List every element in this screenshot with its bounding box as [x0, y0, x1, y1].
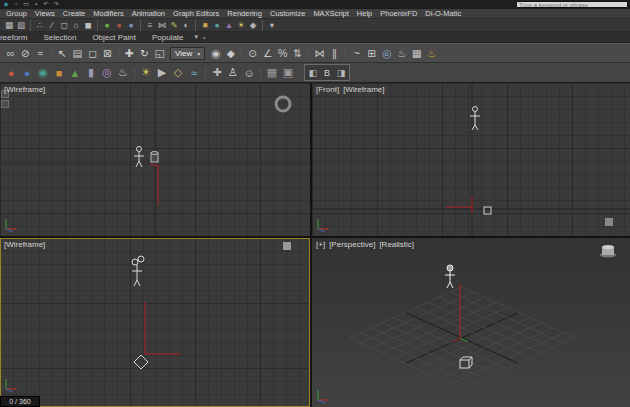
menu-maxscript[interactable]: MAXScript: [309, 9, 352, 18]
viewport-view-label[interactable]: [Front]: [316, 85, 339, 94]
cone-create-icon[interactable]: ▲: [223, 20, 235, 31]
cylinder-icon[interactable]: ▮: [83, 65, 99, 81]
mirror-tool-icon[interactable]: ⋈: [156, 20, 168, 31]
menu-create[interactable]: Create: [59, 9, 90, 18]
rendered-frame-icon[interactable]: ▦: [409, 46, 424, 61]
soft-selection-icon[interactable]: ◐: [180, 20, 192, 31]
ribbon-options-icon[interactable]: •: [201, 34, 207, 41]
teapot-icon[interactable]: ♨: [115, 65, 131, 81]
sphere-create-icon[interactable]: ●: [211, 20, 223, 31]
align-icon[interactable]: ∥: [327, 46, 342, 61]
menu-help[interactable]: Help: [353, 9, 376, 18]
viewport-bottom-left-active[interactable]: [Wireframe]: [0, 238, 310, 407]
select-and-link-icon[interactable]: ∞: [3, 46, 18, 61]
shelf-group-icon-c[interactable]: ◨: [334, 66, 348, 80]
select-move-icon[interactable]: ✚: [122, 46, 137, 61]
polymodeling-icon[interactable]: ▦: [3, 20, 15, 31]
app-logo-icon[interactable]: ◆: [2, 1, 10, 9]
light-create-icon[interactable]: ☀: [235, 20, 247, 31]
use-pivot-center-icon[interactable]: ◉: [208, 46, 223, 61]
tab-freeform[interactable]: Freeform: [0, 33, 35, 42]
curve-editor-icon[interactable]: ~: [349, 46, 364, 61]
viewport-front[interactable]: [Front] [Wireframe]: [312, 83, 630, 236]
shelf-group-icon-a[interactable]: ◧: [306, 66, 320, 80]
cone-icon[interactable]: ▲: [67, 65, 83, 81]
viewport-shading-label[interactable]: [Wireframe]: [4, 240, 45, 249]
window-crossing-icon[interactable]: ⊠: [100, 46, 115, 61]
light-icon[interactable]: ☀: [138, 65, 154, 81]
spacewarp-icon[interactable]: ≈: [186, 65, 202, 81]
select-by-name-icon[interactable]: ▤: [70, 46, 85, 61]
menu-modifiers[interactable]: Modifiers: [89, 9, 127, 18]
biped-icon[interactable]: ♙: [225, 65, 241, 81]
box-icon[interactable]: ■: [51, 65, 67, 81]
grid-helper-icon[interactable]: ▦: [264, 65, 280, 81]
preview-off-icon[interactable]: ●: [113, 20, 125, 31]
select-scale-icon[interactable]: ◱: [152, 46, 167, 61]
modifier-list-icon[interactable]: ≡: [144, 20, 156, 31]
tab-populate[interactable]: Populate: [144, 33, 192, 42]
menu-animation[interactable]: Animation: [128, 9, 169, 18]
percent-snap-icon[interactable]: %: [275, 46, 290, 61]
menu-customize[interactable]: Customize: [266, 9, 309, 18]
sphere-blue-icon[interactable]: ●: [19, 65, 35, 81]
mirror-icon[interactable]: ⋈: [312, 46, 327, 61]
menu-graph-editors[interactable]: Graph Editors: [169, 9, 223, 18]
spinner-snap-icon[interactable]: ⇅: [290, 46, 305, 61]
viewport-top-left[interactable]: [Wireframe]: [0, 83, 310, 236]
camera-create-icon[interactable]: ◆: [247, 20, 259, 31]
unlink-selection-icon[interactable]: ⊘: [18, 46, 33, 61]
layout-tab-icon[interactable]: [1, 100, 9, 108]
select-rotate-icon[interactable]: ↻: [137, 46, 152, 61]
population-icon[interactable]: ☺: [241, 65, 257, 81]
viewport-shading-label[interactable]: [Realistic]: [379, 240, 414, 249]
chevron-down-icon[interactable]: ▾: [266, 20, 278, 31]
border-mode-icon[interactable]: ◻: [58, 20, 70, 31]
tab-selection[interactable]: Selection: [35, 33, 84, 42]
shelf-group-icon-b[interactable]: B: [320, 66, 334, 80]
material-editor-icon[interactable]: ◎: [379, 46, 394, 61]
edge-mode-icon[interactable]: ∕: [46, 20, 58, 31]
polygon-mode-icon[interactable]: ⌂: [70, 20, 82, 31]
viewport-view-label[interactable]: [Perspective]: [329, 240, 375, 249]
ribbon-minimize-icon[interactable]: ▾: [192, 33, 202, 41]
box-create-icon[interactable]: ■: [199, 20, 211, 31]
preview-on-icon[interactable]: ●: [101, 20, 113, 31]
undo-icon[interactable]: ↶: [42, 1, 50, 9]
paint-deform-icon[interactable]: ✎: [168, 20, 180, 31]
open-file-icon[interactable]: ▭: [22, 1, 30, 9]
render-setup-icon[interactable]: ♨: [394, 46, 409, 61]
snaps-toggle-icon[interactable]: ⊙: [245, 46, 260, 61]
bone-icon[interactable]: ✚: [209, 65, 225, 81]
tab-object-paint[interactable]: Object Paint: [84, 33, 144, 42]
viewport-shading-label[interactable]: [Wireframe]: [4, 85, 45, 94]
save-file-icon[interactable]: ▪: [32, 1, 40, 9]
new-file-icon[interactable]: ▫: [12, 1, 20, 9]
bind-spacewarp-icon[interactable]: ≈: [33, 46, 48, 61]
element-mode-icon[interactable]: ◼: [82, 20, 94, 31]
viewport-perspective[interactable]: [+] [Perspective] [Realistic]: [312, 238, 630, 407]
sphere-standard-icon[interactable]: ●: [3, 65, 19, 81]
menu-phoenixfd[interactable]: PhoenixFD: [376, 9, 421, 18]
viewport-menu-label[interactable]: [+]: [316, 240, 325, 249]
selection-region-icon[interactable]: ◻: [85, 46, 100, 61]
reference-coordinate-dropdown[interactable]: View ▾: [170, 47, 205, 60]
editpoly-icon[interactable]: ▧: [15, 20, 27, 31]
select-object-icon[interactable]: ↖: [55, 46, 70, 61]
menu-views[interactable]: Views: [31, 9, 59, 18]
menu-di-o-matic[interactable]: Di-O-Matic: [421, 9, 465, 18]
angle-snap-icon[interactable]: ∠: [260, 46, 275, 61]
camera-icon[interactable]: ▶: [154, 65, 170, 81]
infocenter-search-input[interactable]: [516, 1, 628, 8]
redo-icon[interactable]: ↷: [52, 1, 60, 9]
schematic-view-icon[interactable]: ⊞: [364, 46, 379, 61]
shaded-sphere-icon[interactable]: ●: [125, 20, 137, 31]
menu-group[interactable]: Group: [2, 9, 31, 18]
viewport-shading-label[interactable]: [Wireframe]: [343, 85, 384, 94]
helper-icon[interactable]: ◇: [170, 65, 186, 81]
geosphere-icon[interactable]: ◉: [35, 65, 51, 81]
menu-rendering[interactable]: Rendering: [223, 9, 266, 18]
render-production-icon[interactable]: ♨: [424, 46, 439, 61]
container-icon[interactable]: ▣: [280, 65, 296, 81]
torus-icon[interactable]: ◎: [99, 65, 115, 81]
